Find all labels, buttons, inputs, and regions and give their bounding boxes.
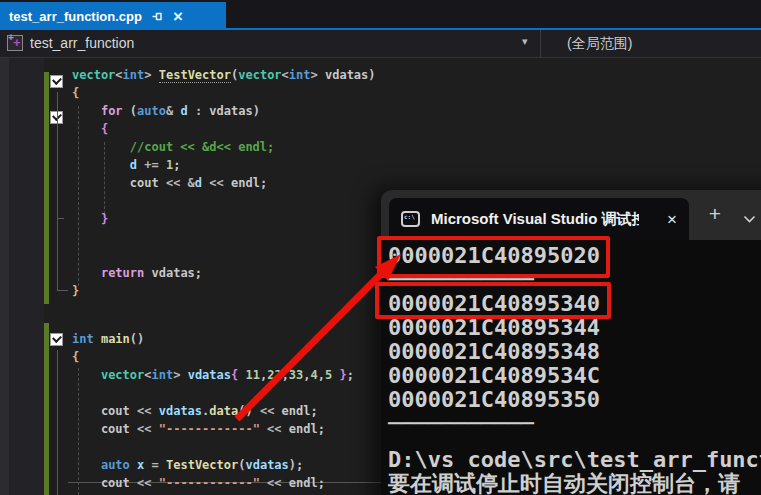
editor-tab-title: test_arr_function.cpp bbox=[9, 9, 142, 24]
change-tracking-bar bbox=[44, 72, 49, 304]
console-line: D:\vs code\src\test_arr_function bbox=[388, 448, 761, 472]
console-tab-title: Microsoft Visual Studio 调试控制台 bbox=[431, 210, 639, 229]
member-icon: + + bbox=[7, 35, 23, 51]
code-line: { bbox=[72, 348, 354, 366]
pin-icon[interactable] bbox=[151, 10, 164, 23]
navbar-divider bbox=[540, 30, 541, 58]
chevron-down-icon[interactable]: ▾ bbox=[522, 35, 528, 48]
code-line: //cout << &d<< endl; bbox=[72, 138, 376, 156]
editor-gutter bbox=[9, 58, 44, 495]
outline-guide bbox=[57, 290, 68, 291]
highlight-box-address-2 bbox=[375, 282, 611, 319]
outline-guide bbox=[57, 350, 58, 495]
scope-dropdown[interactable]: (全局范围) bbox=[567, 35, 632, 53]
change-tracking-bar bbox=[44, 323, 49, 495]
code-line bbox=[72, 384, 354, 402]
code-line: } bbox=[72, 210, 376, 228]
code-line bbox=[72, 192, 376, 210]
code-line: vector<int> vdatas{ 11,22,33,4,5 }; bbox=[72, 366, 354, 384]
code-line: vector<int> TestVector(vector<int> vdata… bbox=[72, 66, 376, 84]
code-line: cout << "------------" << endl; bbox=[72, 420, 354, 438]
code-line bbox=[72, 228, 376, 246]
code-line: cout << &d << endl; bbox=[72, 174, 376, 192]
code-line: cout << "------------" << endl; bbox=[72, 474, 354, 492]
console-output[interactable]: 0000021C40895020───────────0000021C40895… bbox=[381, 240, 761, 495]
close-icon[interactable]: × bbox=[173, 8, 183, 25]
breakpoint-margin[interactable] bbox=[0, 58, 9, 495]
code-line: for (auto& d : vdatas) bbox=[72, 102, 376, 120]
console-icon: c:\ bbox=[401, 211, 420, 227]
console-line: 0000021C4089534C bbox=[388, 364, 761, 388]
code-line: cout << vdatas.data() << endl; bbox=[72, 402, 354, 420]
code-line bbox=[72, 246, 376, 264]
editor-tab-active[interactable]: test_arr_function.cpp × bbox=[0, 2, 226, 30]
code-line: int main() bbox=[72, 330, 354, 348]
visual-studio-window: test_arr_function.cpp × + + test_arr_fun… bbox=[0, 0, 761, 495]
code-line: return vdatas; bbox=[72, 264, 376, 282]
outline-guide bbox=[57, 218, 64, 219]
console-line: 0000021C40895348 bbox=[388, 340, 761, 364]
symbol-dropdown[interactable]: test_arr_function bbox=[30, 35, 134, 51]
highlight-box-address-1 bbox=[377, 236, 610, 278]
navigation-bar: + + test_arr_function ▾ (全局范围) bbox=[0, 30, 761, 58]
console-line: 0000021C40895350 bbox=[388, 388, 761, 412]
new-tab-button[interactable]: + bbox=[701, 201, 729, 229]
outline-guide bbox=[57, 92, 58, 290]
console-title-bar[interactable]: c:\ Microsoft Visual Studio 调试控制台 × + bbox=[381, 190, 761, 240]
code-line: { bbox=[72, 84, 376, 102]
console-line: 0000021C40895344 bbox=[388, 316, 761, 340]
editor-tab-strip: test_arr_function.cpp × bbox=[0, 0, 761, 30]
collapse-region-icon[interactable] bbox=[50, 75, 63, 88]
console-tab[interactable]: c:\ Microsoft Visual Studio 调试控制台 × bbox=[389, 198, 689, 240]
chevron-down-icon[interactable] bbox=[743, 210, 756, 228]
code-line bbox=[72, 438, 354, 456]
code-line: auto x = TestVector(vdatas); bbox=[72, 456, 354, 474]
collapse-region-icon[interactable] bbox=[50, 333, 63, 346]
console-close-icon[interactable]: × bbox=[667, 211, 677, 228]
code-line: d += 1; bbox=[72, 156, 376, 174]
code-line: } bbox=[72, 282, 376, 300]
console-line: ─────────── bbox=[388, 412, 761, 436]
console-line: 要在调试停止时自动关闭控制台，请 bbox=[388, 472, 761, 495]
code-line: { bbox=[72, 120, 376, 138]
